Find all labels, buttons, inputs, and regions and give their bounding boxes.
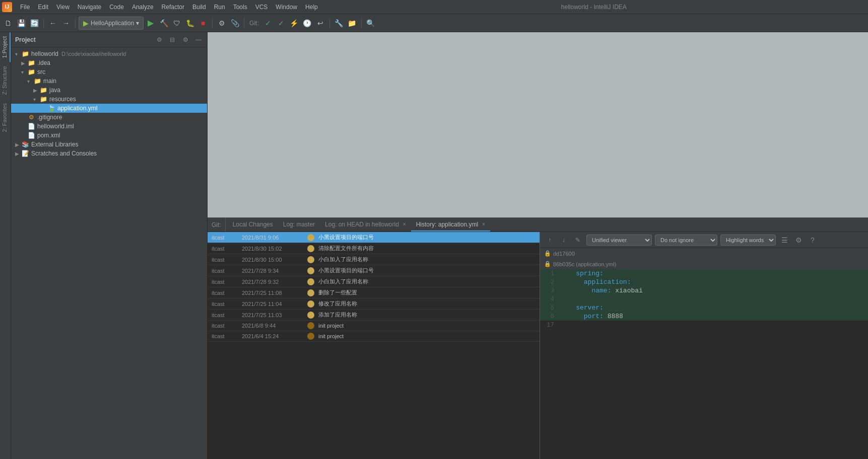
commit-row-7[interactable]: itcast 2021/7/25 11:03 添加了应用名称 xyxy=(208,310,540,321)
menu-file[interactable]: File xyxy=(16,3,34,12)
tree-arrow-scratches[interactable]: ▶ xyxy=(15,151,21,157)
git-tab-log-head[interactable]: Log: on HEAD in helloworld × xyxy=(320,218,411,232)
commit-date-3: 2021/7/28 9:34 xyxy=(242,268,307,274)
menu-view[interactable]: View xyxy=(52,3,74,12)
tree-item-pom-xml[interactable]: 📄 pom.xml xyxy=(11,131,207,140)
commit-row-5[interactable]: itcast 2021/7/25 11:08 删除了一些配置 xyxy=(208,287,540,298)
diff-viewer-select[interactable]: Unified viewer Side-by-side viewer xyxy=(586,235,652,246)
git-tab-history-close[interactable]: × xyxy=(482,221,485,227)
diff-highlight-select[interactable]: Highlight words Highlight lines No highl… xyxy=(720,235,776,246)
tree-arrow-java[interactable]: ▶ xyxy=(33,88,39,93)
commit-author-0: itcast xyxy=(212,235,242,241)
git-push-button[interactable]: ✓ xyxy=(275,17,287,29)
diff-edit-button[interactable]: ✎ xyxy=(572,235,583,246)
run-button[interactable]: ▶ xyxy=(145,17,157,29)
build-button[interactable]: 🔨 xyxy=(158,17,170,29)
menu-edit[interactable]: Edit xyxy=(34,3,52,12)
project-panel-settings-icon[interactable]: ⚙ xyxy=(155,35,164,44)
diff-prev-button[interactable]: ↑ xyxy=(544,235,555,246)
tree-item-resources[interactable]: ▾ 📁 resources xyxy=(11,95,207,104)
git-rollback-button[interactable]: ↩ xyxy=(314,17,326,29)
tree-item-scratches[interactable]: ▶ 📝 Scratches and Consoles xyxy=(11,149,207,158)
diff-content: 🔒 dd17600 🔒 86b035c (application.yml) 1 … xyxy=(540,248,868,459)
commit-author-3: itcast xyxy=(212,268,242,274)
debug-button[interactable]: 🐛 xyxy=(184,17,196,29)
commit-row-1[interactable]: itcast 2021/8/30 15:02 清除配置文件所有内容 xyxy=(208,243,540,254)
git-commit-button[interactable]: ✓ xyxy=(262,17,274,29)
menu-vcs[interactable]: VCS xyxy=(251,3,272,12)
project-panel-minimize-icon[interactable]: — xyxy=(194,35,203,44)
tree-arrow-helloworld[interactable]: ▾ xyxy=(15,51,21,57)
sidebar-item-structure[interactable]: Z: Structure xyxy=(0,62,11,99)
attach-profiler-button[interactable]: 📎 xyxy=(229,17,241,29)
diff-ignore-select[interactable]: Do not ignore Ignore whitespace xyxy=(655,235,717,246)
git-history-button[interactable]: 🕐 xyxy=(301,17,313,29)
commit-list[interactable]: itcast 2021/8/31 9:06 小黑设置项目的端口号 itcast … xyxy=(208,232,540,459)
project-panel-layout-icon[interactable]: ⊟ xyxy=(168,35,177,44)
menu-analyze[interactable]: Analyze xyxy=(128,3,158,12)
commit-row-0[interactable]: itcast 2021/8/31 9:06 小黑设置项目的端口号 xyxy=(208,232,540,243)
commit-author-5: itcast xyxy=(212,290,242,296)
back-button[interactable]: ← xyxy=(47,17,59,29)
commit-date-0: 2021/8/31 9:06 xyxy=(242,235,307,241)
menu-code[interactable]: Code xyxy=(105,3,128,12)
new-file-button[interactable]: 🗋 xyxy=(2,17,14,29)
tree-item-gitignore[interactable]: ⚙ .gitignore xyxy=(11,113,207,122)
git-tab-log-master[interactable]: Log: master xyxy=(278,218,320,232)
run-config2-button[interactable]: ⚙ xyxy=(216,17,228,29)
run-configuration-selector[interactable]: ▶ HelloApplication ▾ xyxy=(79,17,144,30)
project-structure-button[interactable]: 📁 xyxy=(346,17,358,29)
folder-icon-main: 📁 xyxy=(33,78,41,85)
sidebar-item-project[interactable]: 1:Project xyxy=(0,32,11,62)
commit-row-2[interactable]: itcast 2021/8/30 15:00 小白加入了应用名称 xyxy=(208,254,540,265)
tree-arrow-main[interactable]: ▾ xyxy=(27,79,33,84)
synchronize-button[interactable]: 🔄 xyxy=(28,17,40,29)
project-panel-gear-icon[interactable]: ⚙ xyxy=(181,35,190,44)
menu-build[interactable]: Build xyxy=(188,3,210,12)
tree-arrow-ext-libs[interactable]: ▶ xyxy=(15,142,21,147)
commit-row-8[interactable]: itcast 2021/6/8 9:44 init project xyxy=(208,321,540,331)
commit-row-3[interactable]: itcast 2021/7/28 9:34 小黑设置项目的端口号 xyxy=(208,265,540,276)
diff-help-icon[interactable]: ? xyxy=(807,235,818,246)
save-button[interactable]: 💾 xyxy=(15,17,27,29)
commit-dot-3 xyxy=(307,267,314,274)
menu-tools[interactable]: Tools xyxy=(229,3,251,12)
commit-author-1: itcast xyxy=(212,246,242,252)
sidebar-item-favorites[interactable]: 2: Favorites xyxy=(0,99,11,136)
commit-row-6[interactable]: itcast 2021/7/25 11:04 修改了应用名称 xyxy=(208,298,540,310)
git-tab-history[interactable]: History: application.yml × xyxy=(411,218,490,232)
run-config-icon: ▶ xyxy=(83,19,89,27)
commit-row-4[interactable]: itcast 2021/7/28 9:32 小白加入了应用名称 xyxy=(208,276,540,287)
search-everywhere-button[interactable]: 🔍 xyxy=(365,17,377,29)
commit-row-9[interactable]: itcast 2021/6/4 15:24 init project xyxy=(208,331,540,342)
diff-collapse-icon[interactable]: ☰ xyxy=(779,235,790,246)
tree-item-main[interactable]: ▾ 📁 main xyxy=(11,76,207,86)
tree-arrow-src[interactable]: ▾ xyxy=(21,69,27,75)
commit-msg-1: 清除配置文件所有内容 xyxy=(318,245,374,252)
git-tab-log-head-close[interactable]: × xyxy=(403,221,406,227)
stop-button[interactable]: ■ xyxy=(197,17,209,29)
tree-item-src[interactable]: ▾ 📁 src xyxy=(11,67,207,76)
settings-button[interactable]: 🔧 xyxy=(333,17,345,29)
tree-item-external-libraries[interactable]: ▶ 📚 External Libraries xyxy=(11,140,207,149)
diff-settings-icon[interactable]: ⚙ xyxy=(793,235,804,246)
tree-item-helloworld[interactable]: ▾ 📁 helloworld D:\code\xiaobai\helloworl… xyxy=(11,49,207,58)
commit-author-9: itcast xyxy=(212,333,242,339)
tree-item-application-yml[interactable]: 🍃 application.yml xyxy=(11,104,207,113)
menu-window[interactable]: Window xyxy=(272,3,301,12)
menu-refactor[interactable]: Refactor xyxy=(158,3,188,12)
git-tab-bar: Git: Local Changes Log: master Log: on H… xyxy=(208,218,868,232)
tree-arrow-idea[interactable]: ▶ xyxy=(21,60,27,66)
forward-button[interactable]: → xyxy=(60,17,72,29)
tree-item-java[interactable]: ▶ 📁 java xyxy=(11,86,207,95)
tree-arrow-resources[interactable]: ▾ xyxy=(33,97,39,102)
menu-help[interactable]: Help xyxy=(301,3,322,12)
tree-item-idea[interactable]: ▶ 📁 .idea xyxy=(11,58,207,67)
git-tab-local-changes[interactable]: Local Changes xyxy=(228,218,278,232)
diff-next-button[interactable]: ↓ xyxy=(558,235,569,246)
tree-item-helloworld-iml[interactable]: 📄 helloworld.iml xyxy=(11,122,207,131)
coverage-button[interactable]: 🛡 xyxy=(171,17,183,29)
menu-navigate[interactable]: Navigate xyxy=(74,3,105,12)
git-merge-button[interactable]: ⚡ xyxy=(288,17,300,29)
menu-run[interactable]: Run xyxy=(210,3,229,12)
